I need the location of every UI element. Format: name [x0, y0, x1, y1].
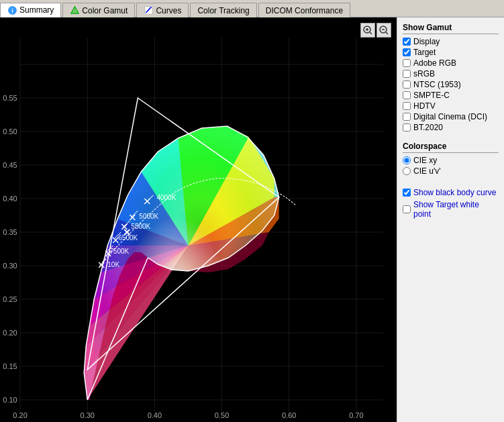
gamut-bt2020-label: BT.2020	[413, 123, 443, 132]
gamut-hdtv-label: HDTV	[413, 101, 436, 111]
svg-text:0.60: 0.60	[282, 411, 296, 419]
svg-line-11	[386, 32, 388, 34]
svg-text:0.35: 0.35	[3, 228, 17, 236]
show-gamut-title: Show Gamut	[403, 23, 499, 34]
gamut-display-label: Display	[413, 37, 440, 46]
curves-icon	[144, 6, 153, 15]
colorspace-title: Colorspace	[403, 142, 499, 153]
svg-text:0.50: 0.50	[215, 411, 229, 419]
zoom-in-button[interactable]	[360, 23, 375, 38]
cie-xy-diagram: 0.10 0.15 0.20 0.25 0.30 0.35 0.40 0.45 …	[0, 17, 397, 422]
svg-text:5000K: 5000K	[139, 213, 158, 220]
gamut-icon	[70, 6, 79, 15]
gamut-ntsc-label: NTSC (1953)	[413, 80, 461, 89]
svg-text:0.70: 0.70	[349, 411, 363, 419]
gamut-target-label: Target	[413, 48, 436, 57]
gamut-hdtv-item[interactable]: HDTV	[403, 101, 499, 111]
gamut-srgb-checkbox[interactable]	[403, 70, 411, 78]
options-section: Show black body curve Show Target white …	[403, 185, 499, 219]
colorspace-cie-uv-radio[interactable]	[403, 167, 411, 175]
colorspace-section: Colorspace CIE xy CIE u'v'	[403, 142, 499, 177]
black-body-curve-item[interactable]: Show black body curve	[403, 188, 499, 197]
svg-text:0.40: 0.40	[3, 195, 17, 203]
colorspace-cie-uv-label: CIE u'v'	[413, 166, 441, 176]
gamut-display-checkbox[interactable]	[403, 38, 411, 46]
target-white-point-item[interactable]: Show Target white point	[403, 200, 499, 219]
black-body-curve-label: Show black body curve	[413, 188, 496, 197]
svg-text:0.10: 0.10	[3, 396, 17, 404]
tab-curves[interactable]: Curves	[136, 3, 189, 17]
tab-color-tracking[interactable]: Color Tracking	[190, 3, 256, 17]
svg-text:5500K: 5500K	[131, 223, 150, 230]
tab-color-gamut-label: Color Gamut	[82, 6, 128, 15]
gamut-smpte-checkbox[interactable]	[403, 91, 411, 99]
info-icon: i	[7, 5, 17, 15]
tab-color-tracking-label: Color Tracking	[197, 6, 249, 15]
gamut-srgb-label: sRGB	[413, 69, 435, 78]
svg-text:4000K: 4000K	[156, 194, 176, 201]
gamut-target-item[interactable]: Target	[403, 48, 499, 57]
tab-summary[interactable]: i Summary	[0, 3, 61, 17]
svg-text:0.15: 0.15	[3, 362, 17, 370]
svg-text:0.20: 0.20	[13, 411, 27, 419]
colorspace-cie-uv-item[interactable]: CIE u'v'	[403, 166, 499, 176]
tab-bar: i Summary Color Gamut Curves Color Track…	[0, 0, 504, 17]
gamut-display-item[interactable]: Display	[403, 37, 499, 46]
svg-text:10K: 10K	[107, 261, 119, 268]
gamut-dci-checkbox[interactable]	[403, 113, 411, 121]
colorspace-cie-xy-label: CIE xy	[413, 156, 437, 165]
colorspace-cie-xy-radio[interactable]	[403, 156, 411, 164]
gamut-bt2020-checkbox[interactable]	[403, 123, 411, 131]
gamut-adobe-rgb-item[interactable]: Adobe RGB	[403, 58, 499, 68]
svg-text:0.55: 0.55	[3, 94, 17, 102]
tab-curves-label: Curves	[156, 6, 181, 15]
svg-text:0.30: 0.30	[3, 262, 17, 270]
tab-color-gamut[interactable]: Color Gamut	[62, 3, 135, 17]
tab-summary-label: Summary	[19, 5, 54, 15]
gamut-smpte-item[interactable]: SMPTE-C	[403, 91, 499, 100]
svg-text:0.30: 0.30	[81, 411, 95, 419]
gamut-adobe-rgb-checkbox[interactable]	[403, 59, 411, 67]
right-panel: Show Gamut Display Target Adobe RGB sRGB…	[397, 17, 504, 422]
show-gamut-section: Show Gamut Display Target Adobe RGB sRGB…	[403, 23, 499, 134]
gamut-hdtv-checkbox[interactable]	[403, 102, 411, 110]
gamut-dci-label: Digital Cinema (DCI)	[413, 112, 487, 121]
target-white-point-checkbox[interactable]	[403, 205, 411, 213]
gamut-adobe-rgb-label: Adobe RGB	[413, 58, 456, 68]
svg-text:0.25: 0.25	[3, 295, 17, 303]
gamut-srgb-item[interactable]: sRGB	[403, 69, 499, 78]
chart-area: 0.10 0.15 0.20 0.25 0.30 0.35 0.40 0.45 …	[0, 17, 397, 422]
svg-text:0.45: 0.45	[3, 161, 17, 169]
gamut-target-checkbox[interactable]	[403, 48, 411, 56]
main-content: 0.10 0.15 0.20 0.25 0.30 0.35 0.40 0.45 …	[0, 17, 504, 422]
svg-text:i: i	[11, 7, 13, 14]
tab-dicom-conformance[interactable]: DICOM Conformance	[258, 3, 350, 17]
gamut-bt2020-item[interactable]: BT.2020	[403, 123, 499, 132]
black-body-curve-checkbox[interactable]	[403, 189, 411, 197]
zoom-out-button[interactable]	[376, 23, 391, 38]
colorspace-cie-xy-item[interactable]: CIE xy	[403, 156, 499, 165]
gamut-ntsc-item[interactable]: NTSC (1953)	[403, 80, 499, 89]
svg-text:6500K: 6500K	[118, 234, 138, 242]
tab-dicom-conformance-label: DICOM Conformance	[266, 6, 343, 15]
gamut-dci-item[interactable]: Digital Cinema (DCI)	[403, 112, 499, 121]
svg-line-8	[370, 32, 372, 34]
svg-text:0.40: 0.40	[148, 411, 162, 419]
svg-text:0.50: 0.50	[3, 127, 17, 136]
svg-text:7500K: 7500K	[109, 248, 129, 255]
gamut-smpte-label: SMPTE-C	[413, 91, 450, 100]
target-white-point-label: Show Target white point	[413, 200, 499, 219]
svg-text:0.20: 0.20	[3, 329, 17, 337]
zoom-controls	[360, 23, 391, 38]
gamut-ntsc-checkbox[interactable]	[403, 81, 411, 89]
